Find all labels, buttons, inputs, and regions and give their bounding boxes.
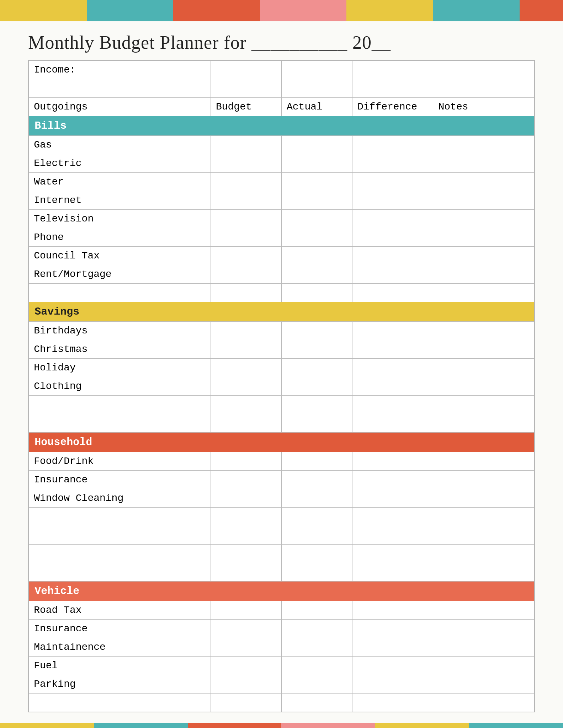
table-row: Television <box>29 210 535 228</box>
table-row: Food/Drink <box>29 452 535 471</box>
color-bar-segment <box>469 723 563 728</box>
col-notes-header: Notes <box>433 98 534 116</box>
table-row: Window Cleaning <box>29 489 535 508</box>
color-bar-segment <box>260 0 347 21</box>
col-actual-header: Actual <box>281 98 352 116</box>
col-diff-header: Difference <box>352 98 433 116</box>
spacer-household-3 <box>29 545 535 563</box>
clothing-label: Clothing <box>29 377 211 396</box>
spacer-household-1 <box>29 508 535 526</box>
table-row: Christmas <box>29 340 535 359</box>
table-row: Birthdays <box>29 322 535 340</box>
budget-table: Income: Outgoings Budget Actual Differen… <box>28 60 535 712</box>
table-row: Clothing <box>29 377 535 396</box>
table-row: Internet <box>29 191 535 210</box>
parking-label: Parking <box>29 675 211 694</box>
top-color-bar <box>0 0 563 21</box>
spacer-1 <box>29 79 535 98</box>
table-row: Gas <box>29 136 535 154</box>
household-label: Household <box>29 433 535 452</box>
savings-label: Savings <box>29 302 535 322</box>
road-tax-label: Road Tax <box>29 601 211 620</box>
gas-label: Gas <box>29 136 211 154</box>
page: Monthly Budget Planner for __________ 20… <box>0 0 563 728</box>
table-row: Fuel <box>29 657 535 675</box>
phone-label: Phone <box>29 228 211 247</box>
spacer-savings-1 <box>29 396 535 414</box>
color-bar-segment <box>94 723 188 728</box>
table-row: Road Tax <box>29 601 535 620</box>
col-outgoings-header: Outgoings <box>29 98 211 116</box>
income-actual <box>281 61 352 79</box>
color-bar-segment <box>0 0 87 21</box>
color-bar-segment <box>188 723 282 728</box>
vehicle-category-row: Vehicle <box>29 582 535 601</box>
income-row: Income: <box>29 61 535 79</box>
spacer-savings-2 <box>29 414 535 433</box>
income-diff <box>352 61 433 79</box>
water-label: Water <box>29 173 211 191</box>
electric-label: Electric <box>29 154 211 173</box>
spacer-vehicle-1 <box>29 694 535 712</box>
color-bar-segment <box>375 723 469 728</box>
table-row: Rent/Mortgage <box>29 265 535 284</box>
page-title: Monthly Budget Planner for __________ 20… <box>28 21 535 60</box>
insurance-household-label: Insurance <box>29 471 211 489</box>
household-category-row: Household <box>29 433 535 452</box>
table-row: Electric <box>29 154 535 173</box>
col-budget-header: Budget <box>211 98 281 116</box>
income-notes <box>433 61 534 79</box>
internet-label: Internet <box>29 191 211 210</box>
table-row: Holiday <box>29 359 535 377</box>
table-row: Phone <box>29 228 535 247</box>
column-headers: Outgoings Budget Actual Difference Notes <box>29 98 535 116</box>
maintainence-label: Maintainence <box>29 638 211 657</box>
holiday-label: Holiday <box>29 359 211 377</box>
table-row: Council Tax <box>29 247 535 265</box>
color-bar-segment <box>0 723 94 728</box>
spacer-household-2 <box>29 526 535 545</box>
table-row: Insurance <box>29 620 535 638</box>
bottom-color-bar <box>0 723 563 728</box>
budget-table-container: Income: Outgoings Budget Actual Differen… <box>28 60 535 712</box>
table-row: Parking <box>29 675 535 694</box>
table-row: Maintainence <box>29 638 535 657</box>
fuel-label: Fuel <box>29 657 211 675</box>
birthdays-label: Birthdays <box>29 322 211 340</box>
rent-mortgage-label: Rent/Mortgage <box>29 265 211 284</box>
spacer-household-4 <box>29 563 535 582</box>
color-bar-segment <box>87 0 174 21</box>
bills-category-row: Bills <box>29 116 535 136</box>
council-tax-label: Council Tax <box>29 247 211 265</box>
color-bar-segment <box>281 723 375 728</box>
food-drink-label: Food/Drink <box>29 452 211 471</box>
income-label: Income: <box>29 61 211 79</box>
christmas-label: Christmas <box>29 340 211 359</box>
window-cleaning-label: Window Cleaning <box>29 489 211 508</box>
insurance-vehicle-label: Insurance <box>29 620 211 638</box>
color-bar-segment <box>520 0 563 21</box>
spacer-bills <box>29 284 535 302</box>
television-label: Television <box>29 210 211 228</box>
income-budget <box>211 61 281 79</box>
table-row: Water <box>29 173 535 191</box>
color-bar-segment <box>173 0 260 21</box>
vehicle-label: Vehicle <box>29 582 535 601</box>
savings-category-row: Savings <box>29 302 535 322</box>
bills-label: Bills <box>29 116 535 136</box>
color-bar-segment <box>346 0 433 21</box>
color-bar-segment <box>433 0 520 21</box>
table-row: Insurance <box>29 471 535 489</box>
